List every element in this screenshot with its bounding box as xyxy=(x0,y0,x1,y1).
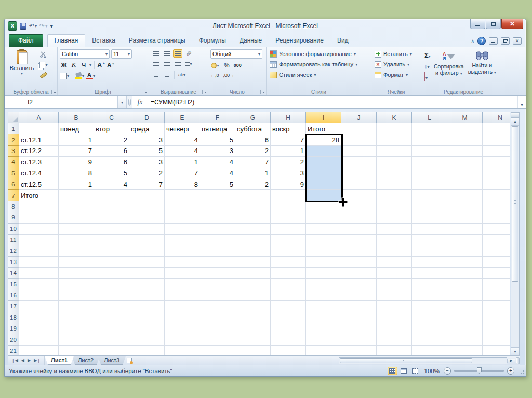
column-header-B[interactable]: B xyxy=(59,112,94,123)
bold-button[interactable]: Ж xyxy=(60,61,68,69)
cell-J12[interactable] xyxy=(341,245,377,256)
cell-J8[interactable] xyxy=(341,201,377,212)
column-header-E[interactable]: E xyxy=(165,112,200,123)
italic-button[interactable]: К xyxy=(70,61,78,69)
cell-E8[interactable] xyxy=(165,201,200,212)
cell-K11[interactable] xyxy=(377,235,412,245)
cell-A15[interactable] xyxy=(19,279,59,290)
cell-E1[interactable]: четверг xyxy=(165,123,200,134)
cell-N21[interactable] xyxy=(483,346,510,355)
merge-center-button[interactable]: ▾ xyxy=(184,60,193,68)
cell-J9[interactable] xyxy=(341,212,377,223)
cell-G19[interactable] xyxy=(235,323,271,334)
cell-I5[interactable] xyxy=(306,168,341,179)
cell-N2[interactable] xyxy=(483,134,510,145)
alignment-dialog-launcher-icon[interactable] xyxy=(202,90,207,94)
borders-button[interactable]: ▾ xyxy=(60,72,69,80)
conditional-formatting-button[interactable]: Условное форматирование▾ xyxy=(267,49,371,59)
cell-N1[interactable] xyxy=(483,123,510,134)
zoom-out-button[interactable]: − xyxy=(444,367,451,375)
ribbon-tab-Формулы[interactable]: Формулы xyxy=(192,35,233,47)
cell-H3[interactable]: 1 xyxy=(271,146,306,157)
paste-button[interactable]: Вставить ▾ xyxy=(9,50,35,83)
cell-B14[interactable] xyxy=(59,268,94,279)
cell-M2[interactable] xyxy=(447,134,483,145)
cell-M14[interactable] xyxy=(447,268,483,279)
cell-H19[interactable] xyxy=(271,323,306,334)
cell-M21[interactable] xyxy=(447,346,483,355)
cell-M9[interactable] xyxy=(447,212,483,223)
cell-K5[interactable] xyxy=(377,168,412,179)
cell-K9[interactable] xyxy=(377,212,412,223)
sheet-tab-Лист3[interactable]: Лист3 xyxy=(98,356,126,365)
cell-L1[interactable] xyxy=(412,123,447,134)
cell-C2[interactable]: 2 xyxy=(94,134,129,145)
row-header-18[interactable]: 18 xyxy=(8,312,19,323)
cell-D4[interactable]: 3 xyxy=(129,157,165,168)
cell-G2[interactable]: 6 xyxy=(235,134,271,145)
cell-M10[interactable] xyxy=(447,224,483,235)
cell-C21[interactable] xyxy=(94,346,129,355)
cell-N5[interactable] xyxy=(483,168,510,179)
formula-input[interactable]: =СУММ(B2:H2) xyxy=(148,96,517,108)
sort-filter-button[interactable]: АЯ Сортировка и фильтр ▾ xyxy=(433,49,465,95)
cell-N3[interactable] xyxy=(483,146,510,157)
scroll-right-icon[interactable]: ▶ xyxy=(507,359,515,363)
cell-B11[interactable] xyxy=(59,235,94,245)
cell-N7[interactable] xyxy=(483,190,510,201)
cell-E17[interactable] xyxy=(165,301,200,312)
close-button[interactable]: ✕ xyxy=(501,19,523,29)
cell-A13[interactable] xyxy=(19,257,59,268)
cell-H20[interactable] xyxy=(271,334,306,345)
format-painter-button[interactable] xyxy=(39,71,48,79)
decrease-decimal-button[interactable]: ,00→ xyxy=(223,73,235,78)
cell-K10[interactable] xyxy=(377,224,412,235)
cell-L6[interactable] xyxy=(412,179,447,190)
cell-K1[interactable] xyxy=(377,123,412,134)
cell-C15[interactable] xyxy=(94,279,129,290)
cell-D7[interactable] xyxy=(129,190,165,201)
zoom-level[interactable]: 100% xyxy=(424,368,440,374)
cell-A3[interactable]: ст.12.2 xyxy=(19,146,59,157)
page-layout-view-button[interactable] xyxy=(399,367,409,375)
cell-G5[interactable]: 1 xyxy=(235,168,271,179)
cell-B13[interactable] xyxy=(59,257,94,268)
cell-C9[interactable] xyxy=(94,212,129,223)
cell-F14[interactable] xyxy=(200,268,235,279)
cell-I21[interactable] xyxy=(306,346,341,355)
vertical-scroll-thumb[interactable] xyxy=(512,126,518,282)
font-size-select[interactable]: 11▾ xyxy=(111,49,132,59)
cell-K7[interactable] xyxy=(377,190,412,201)
cell-I9[interactable] xyxy=(306,212,341,223)
cell-L5[interactable] xyxy=(412,168,447,179)
delete-cells-button[interactable]: Удалить▾ xyxy=(371,59,421,70)
column-header-I[interactable]: I xyxy=(306,112,341,123)
cell-C1[interactable]: втор xyxy=(94,123,129,134)
cell-I3[interactable] xyxy=(306,146,341,157)
orientation-button[interactable]: ab xyxy=(184,49,193,58)
cell-C16[interactable] xyxy=(94,290,129,301)
cell-B16[interactable] xyxy=(59,290,94,301)
column-header-C[interactable]: C xyxy=(94,112,129,123)
column-header-L[interactable]: L xyxy=(412,112,447,123)
cell-N19[interactable] xyxy=(483,323,510,334)
cell-L9[interactable] xyxy=(412,212,447,223)
cell-F10[interactable] xyxy=(200,224,235,235)
cell-G20[interactable] xyxy=(235,334,271,345)
cell-G12[interactable] xyxy=(235,245,271,256)
cell-G14[interactable] xyxy=(235,268,271,279)
cell-L12[interactable] xyxy=(412,245,447,256)
zoom-in-button[interactable]: + xyxy=(507,367,514,375)
cell-B5[interactable]: 8 xyxy=(59,168,94,179)
cell-A20[interactable] xyxy=(19,334,59,345)
autosum-button[interactable]: Σ▾ xyxy=(424,50,431,60)
cell-J21[interactable] xyxy=(341,346,377,355)
cell-K20[interactable] xyxy=(377,334,412,345)
cell-F12[interactable] xyxy=(200,245,235,256)
cell-C10[interactable] xyxy=(94,224,129,235)
number-format-select[interactable]: Общий▾ xyxy=(210,49,262,59)
row-header-17[interactable]: 17 xyxy=(8,301,19,312)
row-header-9[interactable]: 9 xyxy=(8,212,19,223)
cell-L7[interactable] xyxy=(412,190,447,201)
cell-B12[interactable] xyxy=(59,245,94,256)
